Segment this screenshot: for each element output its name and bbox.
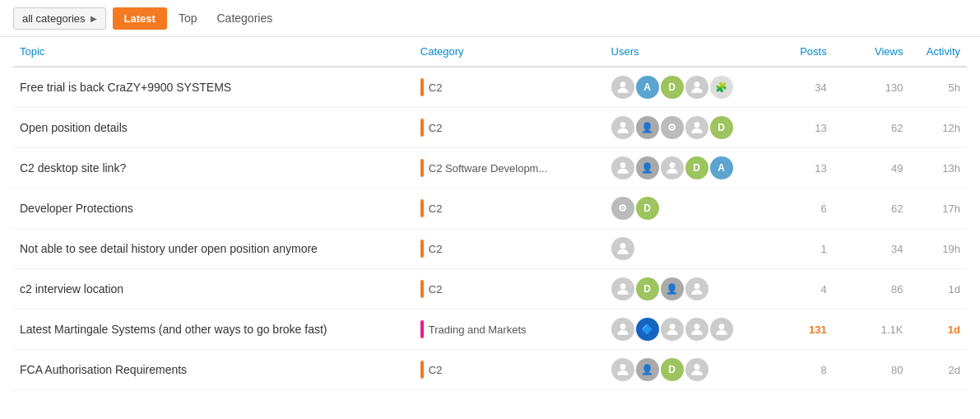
- users-cell: ⚙D: [611, 197, 750, 220]
- avatar: 👤: [661, 277, 684, 300]
- all-categories-label: all categories: [22, 12, 86, 25]
- category-cell: Trading and Markets: [420, 320, 598, 338]
- views-count: 1.1K: [834, 310, 910, 350]
- category-color-bar: [420, 78, 424, 96]
- table-row: Developer ProtectionsC2⚙D66217h: [13, 189, 967, 229]
- topic-link[interactable]: C2 desktop site link?: [20, 161, 126, 175]
- latest-button[interactable]: Latest: [113, 7, 167, 30]
- topics-table: Topic Category Users Posts Views Activit…: [13, 37, 967, 390]
- topic-link[interactable]: Free trial is back CraZY+9900 SYSTEMS: [20, 81, 231, 94]
- activity-time: 5h: [909, 67, 967, 108]
- category-name[interactable]: C2 Software Developm...: [429, 162, 548, 175]
- avatar: [611, 277, 634, 300]
- svg-point-1: [694, 81, 699, 87]
- avatar: [611, 156, 634, 179]
- users-cell: AD🧩: [611, 76, 750, 99]
- topic-header: Topic: [13, 37, 414, 67]
- avatar: D: [710, 116, 733, 139]
- category-color-bar: [420, 159, 424, 177]
- topics-table-container: Topic Category Users Posts Views Activit…: [0, 37, 980, 390]
- posts-count: 13: [757, 148, 834, 189]
- svg-point-8: [694, 283, 699, 289]
- avatar: [685, 358, 708, 381]
- avatar: ⚙: [611, 197, 634, 220]
- topic-link[interactable]: Developer Protections: [20, 202, 133, 215]
- posts-count: 13: [757, 108, 834, 148]
- all-categories-button[interactable]: all categories ▶: [13, 7, 106, 30]
- views-count: 86: [834, 269, 910, 310]
- topic-link[interactable]: Open position details: [20, 121, 128, 134]
- activity-time: 17h: [909, 189, 967, 229]
- avatar: [611, 76, 634, 99]
- avatar: 👤: [636, 156, 659, 179]
- svg-point-14: [694, 364, 699, 370]
- category-name[interactable]: C2: [429, 243, 443, 255]
- avatar: D: [661, 76, 684, 99]
- topic-link[interactable]: FCA Authorisation Requirements: [20, 363, 187, 376]
- activity-time: 1d: [909, 269, 967, 310]
- avatar: D: [661, 358, 684, 381]
- category-cell: C2: [420, 119, 598, 137]
- category-color-bar: [420, 320, 424, 338]
- category-name[interactable]: C2: [429, 203, 443, 215]
- avatar: [685, 277, 708, 300]
- category-name[interactable]: C2: [429, 122, 443, 134]
- svg-point-6: [620, 243, 625, 249]
- table-row: C2 desktop site link?C2 Software Develop…: [13, 148, 967, 189]
- svg-point-5: [669, 162, 675, 168]
- users-cell: [611, 237, 750, 260]
- svg-point-10: [669, 324, 675, 329]
- category-cell: C2: [420, 240, 598, 258]
- avatar: 👤: [636, 358, 659, 381]
- views-count: 80: [834, 350, 910, 390]
- avatar: D: [636, 277, 659, 300]
- users-cell: 👤DA: [611, 156, 750, 179]
- top-navigation: all categories ▶ Latest Top Categories: [0, 0, 980, 37]
- category-color-bar: [420, 119, 424, 137]
- table-row: Free trial is back CraZY+9900 SYSTEMSC2A…: [13, 67, 967, 108]
- svg-point-0: [620, 81, 625, 87]
- avatar: [611, 318, 634, 341]
- category-cell: C2: [420, 199, 598, 217]
- posts-count: 4: [757, 269, 834, 310]
- category-name[interactable]: C2: [429, 283, 443, 296]
- posts-count: 1: [757, 229, 834, 269]
- category-cell: C2: [420, 78, 598, 96]
- category-name[interactable]: C2: [429, 364, 443, 376]
- topic-link[interactable]: c2 interview location: [20, 282, 123, 296]
- posts-header: Posts: [757, 37, 834, 67]
- categories-link[interactable]: Categories: [208, 7, 281, 30]
- activity-time: 2d: [909, 350, 967, 390]
- category-cell: C2: [420, 361, 598, 379]
- table-row: c2 interview locationC2D👤4861d: [13, 269, 967, 310]
- svg-point-4: [620, 162, 625, 168]
- category-name[interactable]: C2: [429, 81, 443, 94]
- avatar: [685, 116, 708, 139]
- users-cell: D👤: [611, 277, 750, 300]
- table-row: Not able to see detail history under ope…: [13, 229, 967, 269]
- views-count: 62: [834, 108, 910, 148]
- category-cell: C2 Software Developm...: [420, 159, 598, 177]
- category-name[interactable]: Trading and Markets: [429, 324, 527, 336]
- avatar: [685, 76, 708, 99]
- activity-time: 19h: [909, 229, 967, 269]
- top-link[interactable]: Top: [170, 7, 206, 30]
- chevron-right-icon: ▶: [91, 14, 97, 23]
- latest-label: Latest: [124, 12, 156, 25]
- avatar: [661, 156, 684, 179]
- avatar: D: [685, 156, 708, 179]
- activity-header: Activity: [909, 37, 967, 67]
- topic-link[interactable]: Not able to see detail history under ope…: [20, 242, 318, 255]
- views-count: 130: [834, 67, 910, 108]
- posts-count: 8: [757, 350, 834, 390]
- avatar: 🧩: [710, 76, 733, 99]
- avatar: [661, 318, 684, 341]
- svg-point-13: [620, 364, 625, 370]
- avatar: [611, 116, 634, 139]
- topic-link[interactable]: Latest Martingale Systems (and other way…: [20, 323, 327, 336]
- svg-point-12: [718, 324, 724, 329]
- category-color-bar: [420, 361, 424, 379]
- users-header: Users: [605, 37, 757, 67]
- avatar: 👤: [636, 116, 659, 139]
- category-color-bar: [420, 280, 424, 298]
